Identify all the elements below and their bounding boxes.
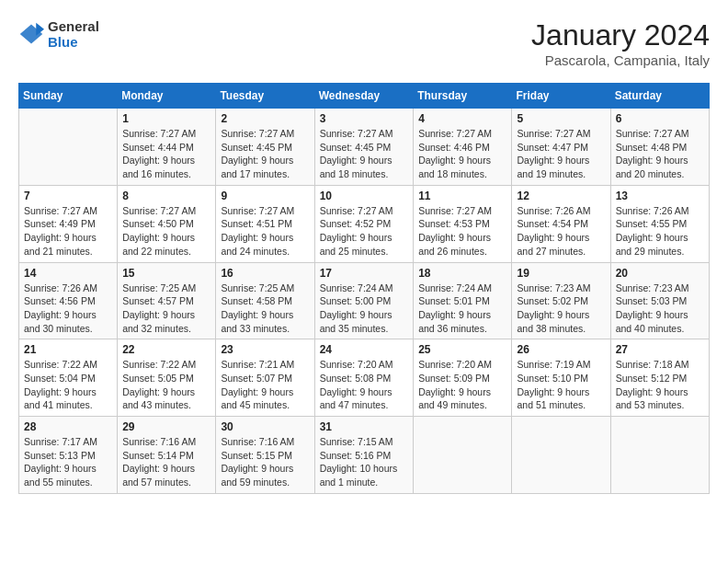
calendar-header-row: SundayMondayTuesdayWednesdayThursdayFrid… bbox=[19, 84, 710, 109]
day-info: Sunrise: 7:21 AMSunset: 5:07 PMDaylight:… bbox=[221, 359, 294, 410]
day-info: Sunrise: 7:27 AMSunset: 4:50 PMDaylight:… bbox=[122, 205, 196, 257]
day-number: 16 bbox=[221, 267, 309, 280]
calendar-cell: 7 Sunrise: 7:27 AMSunset: 4:49 PMDayligh… bbox=[19, 185, 118, 262]
title-block: January 2024 Pascarola, Campania, Italy bbox=[531, 18, 710, 68]
day-info: Sunrise: 7:27 AMSunset: 4:48 PMDaylight:… bbox=[616, 128, 689, 179]
calendar-table: SundayMondayTuesdayWednesdayThursdayFrid… bbox=[18, 83, 710, 494]
location: Pascarola, Campania, Italy bbox=[531, 52, 710, 68]
day-info: Sunrise: 7:23 AMSunset: 5:02 PMDaylight:… bbox=[517, 282, 590, 334]
header-thursday: Thursday bbox=[414, 84, 512, 109]
logo-text: General Blue bbox=[48, 18, 99, 50]
calendar-cell bbox=[19, 109, 118, 186]
day-number: 12 bbox=[517, 190, 605, 202]
day-number: 19 bbox=[517, 267, 605, 280]
calendar-cell: 31 Sunrise: 7:15 AMSunset: 5:16 PMDaylig… bbox=[314, 417, 414, 494]
day-info: Sunrise: 7:27 AMSunset: 4:45 PMDaylight:… bbox=[320, 128, 393, 179]
day-info: Sunrise: 7:27 AMSunset: 4:53 PMDaylight:… bbox=[418, 205, 492, 257]
logo: General Blue bbox=[18, 18, 99, 50]
calendar-cell: 12 Sunrise: 7:26 AMSunset: 4:54 PMDaylig… bbox=[512, 185, 610, 262]
day-info: Sunrise: 7:22 AMSunset: 5:05 PMDaylight:… bbox=[122, 359, 196, 410]
calendar-cell: 20 Sunrise: 7:23 AMSunset: 5:03 PMDaylig… bbox=[610, 262, 709, 339]
day-info: Sunrise: 7:16 AMSunset: 5:15 PMDaylight:… bbox=[221, 436, 294, 488]
header-wednesday: Wednesday bbox=[314, 84, 414, 109]
header-saturday: Saturday bbox=[610, 84, 709, 109]
calendar-cell: 4 Sunrise: 7:27 AMSunset: 4:46 PMDayligh… bbox=[414, 109, 512, 186]
month-title: January 2024 bbox=[531, 18, 710, 52]
calendar-cell: 2 Sunrise: 7:27 AMSunset: 4:45 PMDayligh… bbox=[216, 109, 314, 186]
calendar-week-2: 7 Sunrise: 7:27 AMSunset: 4:49 PMDayligh… bbox=[19, 185, 710, 262]
calendar-cell: 19 Sunrise: 7:23 AMSunset: 5:02 PMDaylig… bbox=[512, 262, 610, 339]
calendar-cell: 21 Sunrise: 7:22 AMSunset: 5:04 PMDaylig… bbox=[19, 339, 118, 417]
day-info: Sunrise: 7:26 AMSunset: 4:54 PMDaylight:… bbox=[517, 205, 590, 257]
day-info: Sunrise: 7:24 AMSunset: 5:01 PMDaylight:… bbox=[418, 282, 492, 334]
day-info: Sunrise: 7:25 AMSunset: 4:57 PMDaylight:… bbox=[122, 282, 196, 334]
day-number: 23 bbox=[221, 343, 309, 356]
header-tuesday: Tuesday bbox=[216, 84, 314, 109]
calendar-cell: 29 Sunrise: 7:16 AMSunset: 5:14 PMDaylig… bbox=[118, 417, 216, 494]
calendar-cell: 24 Sunrise: 7:20 AMSunset: 5:08 PMDaylig… bbox=[314, 339, 414, 417]
day-info: Sunrise: 7:27 AMSunset: 4:46 PMDaylight:… bbox=[418, 128, 492, 179]
day-info: Sunrise: 7:27 AMSunset: 4:44 PMDaylight:… bbox=[122, 128, 196, 179]
logo-icon bbox=[18, 21, 44, 47]
calendar-week-1: 1 Sunrise: 7:27 AMSunset: 4:44 PMDayligh… bbox=[19, 109, 710, 186]
header-friday: Friday bbox=[512, 84, 610, 109]
calendar-cell: 9 Sunrise: 7:27 AMSunset: 4:51 PMDayligh… bbox=[216, 185, 314, 262]
calendar-cell: 13 Sunrise: 7:26 AMSunset: 4:55 PMDaylig… bbox=[610, 185, 709, 262]
calendar-cell: 8 Sunrise: 7:27 AMSunset: 4:50 PMDayligh… bbox=[118, 185, 216, 262]
day-info: Sunrise: 7:17 AMSunset: 5:13 PMDaylight:… bbox=[24, 436, 97, 488]
header-sunday: Sunday bbox=[19, 84, 118, 109]
calendar-cell: 10 Sunrise: 7:27 AMSunset: 4:52 PMDaylig… bbox=[314, 185, 414, 262]
day-number: 18 bbox=[418, 267, 506, 280]
calendar-cell bbox=[414, 417, 512, 494]
calendar-cell: 14 Sunrise: 7:26 AMSunset: 4:56 PMDaylig… bbox=[19, 262, 118, 339]
calendar-cell bbox=[512, 417, 610, 494]
day-info: Sunrise: 7:24 AMSunset: 5:00 PMDaylight:… bbox=[320, 282, 393, 334]
day-number: 3 bbox=[320, 112, 409, 125]
day-number: 31 bbox=[320, 420, 409, 433]
day-number: 22 bbox=[122, 343, 210, 356]
calendar-cell: 23 Sunrise: 7:21 AMSunset: 5:07 PMDaylig… bbox=[216, 339, 314, 417]
day-info: Sunrise: 7:15 AMSunset: 5:16 PMDaylight:… bbox=[320, 436, 398, 488]
day-info: Sunrise: 7:19 AMSunset: 5:10 PMDaylight:… bbox=[517, 359, 590, 410]
calendar-week-4: 21 Sunrise: 7:22 AMSunset: 5:04 PMDaylig… bbox=[19, 339, 710, 417]
calendar-cell: 28 Sunrise: 7:17 AMSunset: 5:13 PMDaylig… bbox=[19, 417, 118, 494]
day-number: 2 bbox=[221, 112, 309, 125]
header-monday: Monday bbox=[118, 84, 216, 109]
calendar-cell: 30 Sunrise: 7:16 AMSunset: 5:15 PMDaylig… bbox=[216, 417, 314, 494]
calendar-cell: 17 Sunrise: 7:24 AMSunset: 5:00 PMDaylig… bbox=[314, 262, 414, 339]
day-number: 4 bbox=[418, 112, 506, 125]
day-info: Sunrise: 7:26 AMSunset: 4:56 PMDaylight:… bbox=[24, 282, 97, 334]
day-number: 26 bbox=[517, 343, 605, 356]
day-info: Sunrise: 7:22 AMSunset: 5:04 PMDaylight:… bbox=[24, 359, 97, 410]
day-number: 14 bbox=[24, 267, 112, 280]
day-number: 7 bbox=[24, 190, 112, 202]
calendar-cell: 3 Sunrise: 7:27 AMSunset: 4:45 PMDayligh… bbox=[314, 109, 414, 186]
day-info: Sunrise: 7:27 AMSunset: 4:45 PMDaylight:… bbox=[221, 128, 294, 179]
calendar-cell: 5 Sunrise: 7:27 AMSunset: 4:47 PMDayligh… bbox=[512, 109, 610, 186]
day-number: 20 bbox=[616, 267, 704, 280]
day-number: 25 bbox=[418, 343, 506, 356]
day-number: 29 bbox=[122, 420, 210, 433]
day-number: 17 bbox=[320, 267, 409, 280]
calendar-cell: 6 Sunrise: 7:27 AMSunset: 4:48 PMDayligh… bbox=[610, 109, 709, 186]
day-number: 1 bbox=[122, 112, 210, 125]
day-info: Sunrise: 7:27 AMSunset: 4:52 PMDaylight:… bbox=[320, 205, 393, 257]
day-number: 28 bbox=[24, 420, 112, 433]
calendar-cell: 15 Sunrise: 7:25 AMSunset: 4:57 PMDaylig… bbox=[118, 262, 216, 339]
day-number: 30 bbox=[221, 420, 309, 433]
calendar-week-3: 14 Sunrise: 7:26 AMSunset: 4:56 PMDaylig… bbox=[19, 262, 710, 339]
day-info: Sunrise: 7:20 AMSunset: 5:08 PMDaylight:… bbox=[320, 359, 393, 410]
day-info: Sunrise: 7:20 AMSunset: 5:09 PMDaylight:… bbox=[418, 359, 492, 410]
calendar-cell: 1 Sunrise: 7:27 AMSunset: 4:44 PMDayligh… bbox=[118, 109, 216, 186]
day-number: 9 bbox=[221, 190, 309, 202]
day-number: 24 bbox=[320, 343, 409, 356]
day-info: Sunrise: 7:23 AMSunset: 5:03 PMDaylight:… bbox=[616, 282, 689, 334]
calendar-cell: 16 Sunrise: 7:25 AMSunset: 4:58 PMDaylig… bbox=[216, 262, 314, 339]
calendar-week-5: 28 Sunrise: 7:17 AMSunset: 5:13 PMDaylig… bbox=[19, 417, 710, 494]
calendar-cell: 18 Sunrise: 7:24 AMSunset: 5:01 PMDaylig… bbox=[414, 262, 512, 339]
day-number: 11 bbox=[418, 190, 506, 202]
page-header: General Blue January 2024 Pascarola, Cam… bbox=[18, 18, 710, 68]
day-number: 5 bbox=[517, 112, 605, 125]
day-info: Sunrise: 7:26 AMSunset: 4:55 PMDaylight:… bbox=[616, 205, 689, 257]
day-info: Sunrise: 7:27 AMSunset: 4:49 PMDaylight:… bbox=[24, 205, 97, 257]
